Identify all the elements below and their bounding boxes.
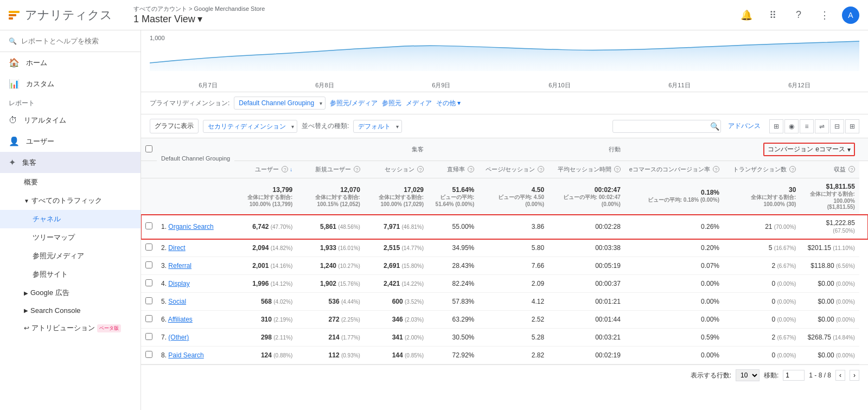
sidebar-sub-attribution[interactable]: ↩ アトリビューション ベータ版 <box>0 319 141 337</box>
bounce-rate-col-header[interactable]: 直帰率 ? <box>428 161 478 178</box>
source-link[interactable]: 参照元 <box>382 99 401 108</box>
avatar[interactable]: A <box>842 7 859 24</box>
sidebar-item-custom[interactable]: 📊 カスタム <box>0 73 141 94</box>
row-sessions: 346 (2.03%) <box>365 311 428 329</box>
source-medium-link[interactable]: 参照元/メディア <box>330 99 377 108</box>
row-checkbox[interactable] <box>145 261 152 268</box>
users-sort-icon[interactable]: ↓ <box>290 166 292 172</box>
grid-view-icon[interactable]: ⊞ <box>845 119 859 133</box>
row-avg-session: 00:00:37 <box>548 275 625 293</box>
sort-select-wrapper[interactable]: デフォルト <box>353 120 402 133</box>
sidebar-search-area[interactable]: 🔍 <box>0 30 141 52</box>
row-checkbox-cell[interactable] <box>141 215 157 239</box>
media-link[interactable]: メディア <box>406 99 432 108</box>
help-icon[interactable]: ? <box>790 7 807 24</box>
sessions-col-header[interactable]: セッション ? <box>365 161 428 178</box>
sidebar-sub-treemap[interactable]: ツリーマップ <box>0 228 141 247</box>
ecommerce-dropdown-icon[interactable]: ▾ <box>847 146 851 153</box>
channel-link[interactable]: Paid Search <box>168 351 203 359</box>
row-checkbox[interactable] <box>145 351 152 358</box>
view-title[interactable]: 1 Master View ▾ <box>133 13 738 25</box>
row-checkbox-cell[interactable] <box>141 275 157 293</box>
more-icon[interactable]: ⋮ <box>816 7 833 24</box>
search-input[interactable] <box>21 37 132 45</box>
sidebar-sub-referrals[interactable]: 参照サイト <box>0 265 141 284</box>
row-checkbox-cell[interactable] <box>141 311 157 329</box>
channel-link[interactable]: Social <box>168 298 186 305</box>
sidebar-sub-overview[interactable]: 概要 <box>0 173 141 191</box>
row-rank: 1. <box>161 223 167 230</box>
ecommerce-label: eコマース <box>815 145 845 154</box>
row-checkbox[interactable] <box>145 315 152 322</box>
page-input[interactable] <box>783 370 805 381</box>
sidebar-item-realtime[interactable]: ⏱ リアルタイム <box>0 110 141 131</box>
transactions-col-header[interactable]: トランザクション数 ? <box>724 161 800 178</box>
table-search-input[interactable] <box>612 120 721 133</box>
compare-view-icon[interactable]: ⇌ <box>815 119 829 133</box>
pages-session-col-header[interactable]: ページ/セッション ? <box>478 161 548 178</box>
channel-link[interactable]: Affiliates <box>168 316 193 323</box>
prev-page-button[interactable]: ‹ <box>835 370 845 381</box>
channel-link[interactable]: (Other) <box>168 334 189 341</box>
total-label-cell <box>157 178 234 215</box>
row-checkbox-cell[interactable] <box>141 329 157 347</box>
secondary-dimension-wrapper[interactable]: セカリティディメンション <box>203 120 297 133</box>
avg-session-help-icon[interactable]: ? <box>614 166 621 172</box>
graph-display-button[interactable]: グラフに表示 <box>150 119 199 133</box>
sessions-help-icon[interactable]: ? <box>417 166 424 172</box>
row-checkbox-cell[interactable] <box>141 347 157 364</box>
next-page-button[interactable]: › <box>850 370 859 381</box>
conversion-box[interactable]: コンバージョン eコマース ▾ <box>763 143 855 156</box>
sidebar-item-users[interactable]: 👤 ユーザー <box>0 131 141 152</box>
select-all-checkbox[interactable] <box>145 145 152 152</box>
channel-link[interactable]: Referral <box>168 262 192 270</box>
new-users-help-icon[interactable]: ? <box>354 166 360 172</box>
sidebar-item-acquisition[interactable]: ✦ 集客 <box>0 152 141 173</box>
bar-view-icon[interactable]: ≡ <box>800 119 814 133</box>
row-avg-session: 00:03:21 <box>548 329 625 347</box>
rows-count-select[interactable]: 10 25 50 <box>736 369 760 381</box>
sidebar-sub-google-ads[interactable]: ▶ Google 広告 <box>0 284 141 302</box>
sidebar-sub-source-medium[interactable]: 参照元/メディア <box>0 247 141 265</box>
row-checkbox[interactable] <box>145 333 152 340</box>
users-col-header[interactable]: ユーザー ? ↓ <box>234 161 297 178</box>
ecom-conv-col-header[interactable]: eコマースのコンバージョン率 ? <box>625 161 724 178</box>
revenue-col-header[interactable]: 収益 ? <box>800 161 859 178</box>
sort-select[interactable]: デフォルト <box>353 120 402 133</box>
row-checkbox[interactable] <box>145 297 152 304</box>
sidebar-item-home[interactable]: 🏠 ホーム <box>0 52 141 73</box>
notifications-icon[interactable]: 🔔 <box>738 7 755 24</box>
search-table-icon[interactable]: 🔍 <box>710 122 719 131</box>
row-checkbox[interactable] <box>145 244 152 251</box>
avg-session-col-header[interactable]: 平均セッション時間 ? <box>548 161 625 178</box>
row-ecom-conv: 0.00% <box>625 275 724 293</box>
channel-link[interactable]: Organic Search <box>168 223 213 230</box>
sidebar-sub-all-traffic[interactable]: ▼ すべてのトラフィック <box>0 191 141 210</box>
table-view-icon[interactable]: ⊞ <box>769 119 783 133</box>
sidebar-sub-channels[interactable]: チャネル <box>0 210 141 228</box>
primary-dimension-select-wrapper[interactable]: Default Channel Grouping <box>234 97 326 110</box>
sidebar-sub-search-console[interactable]: ▶ Search Console <box>0 302 141 319</box>
new-users-col-header[interactable]: 新規ユーザー ? <box>297 161 365 178</box>
row-checkbox-cell[interactable] <box>141 257 157 275</box>
pages-session-help-icon[interactable]: ? <box>538 166 544 172</box>
secondary-dimension-select[interactable]: セカリティディメンション <box>203 120 297 133</box>
primary-dimension-select[interactable]: Default Channel Grouping <box>234 97 326 110</box>
advance-link[interactable]: アドバンス <box>728 121 761 131</box>
ecom-conv-help-icon[interactable]: ? <box>713 166 719 172</box>
transactions-help-icon[interactable]: ? <box>789 166 796 172</box>
pivot-view-icon[interactable]: ⊟ <box>830 119 844 133</box>
row-checkbox-cell[interactable] <box>141 293 157 311</box>
apps-icon[interactable]: ⠿ <box>764 7 781 24</box>
row-checkbox-cell[interactable] <box>141 239 157 257</box>
select-all-header[interactable] <box>141 138 157 161</box>
channel-link[interactable]: Direct <box>168 244 185 252</box>
bounce-help-icon[interactable]: ? <box>468 166 474 172</box>
users-help-icon[interactable]: ? <box>282 166 288 172</box>
other-link[interactable]: その他 ▾ <box>436 99 461 108</box>
pie-view-icon[interactable]: ◉ <box>784 119 799 133</box>
row-checkbox[interactable] <box>145 279 152 286</box>
channel-link[interactable]: Display <box>168 280 189 287</box>
row-checkbox[interactable] <box>145 222 152 229</box>
revenue-help-icon[interactable]: ? <box>848 166 855 172</box>
